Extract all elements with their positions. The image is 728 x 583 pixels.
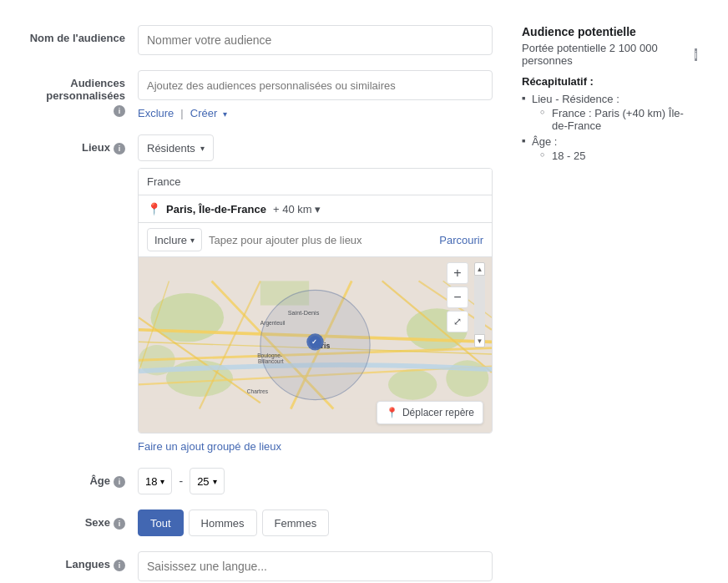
zoom-in-button[interactable]: + [447,262,468,284]
create-chevron-icon: ▾ [223,109,227,119]
sidebar-reach-label: Portée potentielle 2 100 000 personnes [522,42,691,67]
location-box: France 📍 Paris, Île-de-France + 40 km ▾ [138,168,493,433]
parcourir-button[interactable]: Parcourir [439,234,483,246]
audience-name-content [138,25,493,55]
include-bar: Inclure ▾ Parcourir [139,223,492,257]
map-scrollbar: ▲ ▼ [474,262,485,347]
custom-audiences-info-icon[interactable]: i [114,105,125,117]
recap-lieu-label: Lieu - Résidence : [532,93,619,105]
paris-label: Paris, Île-de-France [166,203,266,215]
move-marker-button[interactable]: 📍 Déplacer repère [377,401,483,424]
audience-name-row: Nom de l'audience [17,25,493,55]
sidebar: Audience potentielle Portée potentielle … [509,17,710,583]
recap-age-item: Âge : 18 - 25 [522,135,697,162]
svg-text:Billancourt: Billancourt [258,358,284,364]
languages-input[interactable] [138,551,493,581]
languages-label: Langues i [17,551,138,571]
age-row: Âge i 18 ▾ - 25 ▾ [17,468,493,494]
gender-hommes-label: Hommes [201,517,245,530]
audience-name-label: Nom de l'audience [17,25,138,44]
gender-row: Sexe i Tout Hommes Femmes [17,509,493,536]
map-container[interactable]: Saint-Denis Argenteuil Boulogne- Billanc… [139,257,492,433]
recap-age-sublist: 18 - 25 [532,150,697,162]
gender-content: Tout Hommes Femmes [138,509,493,536]
languages-info-icon[interactable]: i [114,560,125,571]
custom-audiences-label-text: Audiences personnalisées [17,77,125,102]
locations-info-icon[interactable]: i [114,143,125,155]
recap-age-label: Âge : [532,135,557,148]
age-dash: - [179,474,183,488]
gender-buttons: Tout Hommes Femmes [138,509,493,536]
country-label: France [147,175,180,188]
sidebar-recap-list: Lieu - Résidence : France : Paris (+40 k… [522,93,697,162]
age-to-chevron-icon: ▾ [213,477,217,486]
age-to-value: 25 [197,475,209,488]
recap-lieu-value: France : Paris (+40 km) Île-de-France [540,107,697,132]
include-dropdown[interactable]: Inclure ▾ [147,228,202,251]
svg-text:Saint-Denis: Saint-Denis [288,309,320,317]
location-country-header: France [139,169,492,195]
gender-info-icon[interactable]: i [114,518,125,530]
gender-label: Sexe i [17,509,138,530]
include-label: Inclure [154,234,187,246]
recap-lieu-sublist: France : Paris (+40 km) Île-de-France [532,107,697,132]
sidebar-reach: Portée potentielle 2 100 000 personnes i [522,42,697,67]
location-search-input[interactable] [209,231,432,250]
age-info-icon[interactable]: i [114,476,125,488]
custom-audiences-label: Audiences personnalisées i [17,70,138,117]
km-dropdown[interactable]: ▾ [315,203,321,215]
km-label: + 40 km [273,203,312,215]
zoom-controls: + − ⤢ [447,262,468,332]
custom-audiences-input[interactable] [138,70,493,100]
locations-label-text: Lieux [82,141,110,154]
sidebar-reach-info-icon[interactable]: i [695,48,697,61]
custom-audiences-content: Exclure | Créer ▾ [138,70,493,119]
residents-dropdown[interactable]: Résidents ▾ [138,134,214,161]
include-chevron-icon: ▾ [190,236,195,245]
gender-tout-button[interactable]: Tout [138,509,184,536]
custom-audiences-row: Audiences personnalisées i Exclure | Cré… [17,70,493,119]
residents-label: Résidents [147,142,195,155]
languages-row: Langues i [17,551,493,581]
svg-text:Argenteuil: Argenteuil [260,320,286,327]
gender-femmes-label: Femmes [275,517,317,530]
paris-pin-icon: 📍 [147,202,161,215]
gender-hommes-button[interactable]: Hommes [189,509,257,536]
create-label: Créer [190,107,218,119]
age-from-dropdown[interactable]: 18 ▾ [138,468,172,494]
residents-chevron-icon: ▾ [200,144,205,153]
scroll-up-button[interactable]: ▲ [474,262,485,276]
locations-content: Résidents ▾ France 📍 Paris, Île-de-Franc… [138,134,493,453]
move-marker-pin-icon: 📍 [386,407,398,418]
scroll-down-button[interactable]: ▼ [474,334,485,347]
zoom-out-button[interactable]: − [447,286,468,308]
languages-content [138,551,493,581]
locations-label: Lieux i [17,134,138,155]
age-from-value: 18 [145,475,157,488]
create-link[interactable]: Créer ▾ [190,107,227,119]
audience-name-input[interactable] [138,25,493,55]
locations-row: Lieux i Résidents ▾ France 📍 [17,134,493,453]
exclude-link[interactable]: Exclure [138,107,174,119]
group-add-link[interactable]: Faire un ajout groupé de lieux [138,440,493,453]
gender-tout-label: Tout [150,517,171,530]
age-label-text: Âge [89,474,110,487]
exclude-create-row: Exclure | Créer ▾ [138,107,493,119]
move-marker-label: Déplacer repère [402,407,474,418]
age-from-chevron-icon: ▾ [160,477,164,486]
recap-age-value: 18 - 25 [540,150,697,162]
recap-age-range: 18 - 25 [552,150,585,162]
paris-row: 📍 Paris, Île-de-France + 40 km ▾ [139,195,492,223]
separator: | [180,107,183,119]
km-chevron-icon: ▾ [315,203,321,215]
gender-label-text: Sexe [85,516,110,529]
gender-femmes-button[interactable]: Femmes [262,509,330,536]
svg-point-4 [388,369,437,399]
age-to-dropdown[interactable]: 25 ▾ [190,468,224,494]
languages-label-text: Langues [66,558,110,570]
sidebar-recap-title: Récapitulatif : [522,75,697,88]
recap-lieu-item: Lieu - Résidence : France : Paris (+40 k… [522,93,697,132]
age-content: 18 ▾ - 25 ▾ [138,468,493,494]
audience-name-label-text: Nom de l'audience [30,32,125,44]
fullscreen-button[interactable]: ⤢ [447,311,468,332]
